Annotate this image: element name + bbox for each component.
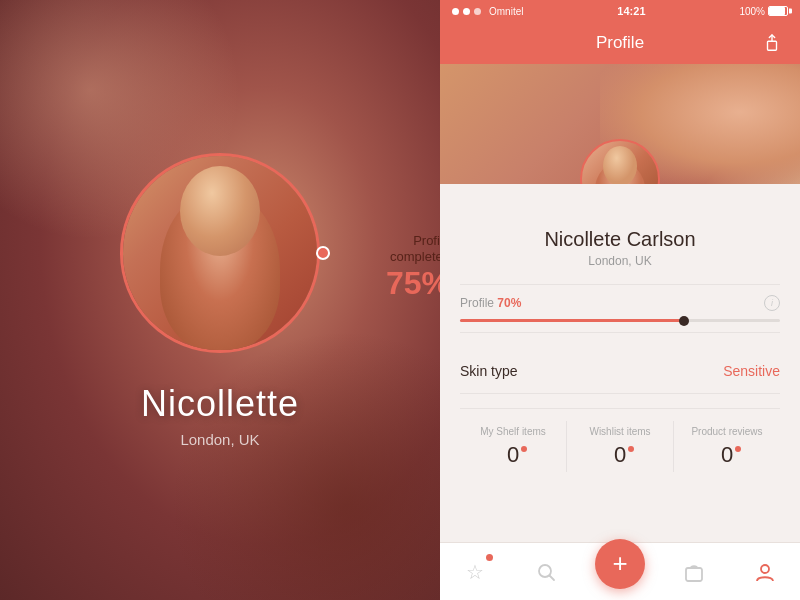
stat-product-reviews: Product reviews 0 bbox=[674, 421, 780, 472]
stat-shelf-count: 0 bbox=[507, 442, 519, 467]
avatar-container-left: Profile completed 75% bbox=[120, 153, 320, 353]
stat-shelf-items: My Shelf items 0 bbox=[460, 421, 567, 472]
stat-wishlist-label: Wishlist items bbox=[589, 425, 650, 438]
stat-wishlist-items: Wishlist items 0 bbox=[567, 421, 674, 472]
stats-row: My Shelf items 0 Wishlist items 0 Produc… bbox=[460, 408, 780, 472]
stat-reviews-value-container: 0 bbox=[721, 442, 733, 468]
phone-mockup: Omnitel 14:21 100% Profile Nicollete Car… bbox=[440, 0, 800, 600]
svg-rect-0 bbox=[768, 41, 777, 50]
bag-icon bbox=[683, 561, 705, 583]
carrier-label: Omnitel bbox=[489, 6, 523, 17]
navigation-bar: Profile bbox=[440, 22, 800, 64]
profile-location: London, UK bbox=[460, 254, 780, 268]
battery-icon bbox=[768, 6, 788, 16]
left-user-name: Nicollette bbox=[141, 383, 299, 425]
status-right: 100% bbox=[739, 6, 788, 17]
tab-profile[interactable] bbox=[743, 550, 787, 594]
stat-shelf-dot bbox=[521, 446, 527, 452]
tab-bag[interactable] bbox=[672, 550, 716, 594]
tab-search[interactable] bbox=[524, 550, 568, 594]
signal-dot-1 bbox=[452, 8, 459, 15]
profile-completed-label: Profile completed bbox=[386, 233, 440, 267]
progress-label: Profile 70% bbox=[460, 296, 521, 310]
stat-shelf-label: My Shelf items bbox=[480, 425, 546, 438]
stat-reviews-count: 0 bbox=[721, 442, 733, 467]
stat-wishlist-dot bbox=[628, 446, 634, 452]
progress-percent: 70% bbox=[497, 296, 521, 310]
battery-fill bbox=[769, 7, 785, 15]
favorites-icon: ☆ bbox=[466, 560, 484, 584]
profile-name: Nicollete Carlson bbox=[460, 228, 780, 251]
stat-shelf-value-container: 0 bbox=[507, 442, 519, 468]
favorites-badge bbox=[486, 554, 493, 561]
search-icon bbox=[536, 562, 556, 582]
left-user-location: London, UK bbox=[180, 431, 259, 448]
profile-icon bbox=[754, 561, 776, 583]
avatar-circle-left bbox=[120, 153, 320, 353]
tab-favorites[interactable]: ☆ bbox=[453, 550, 497, 594]
tab-add-button[interactable]: + bbox=[595, 539, 645, 589]
svg-point-4 bbox=[761, 565, 769, 573]
tab-bar: ☆ + bbox=[440, 542, 800, 600]
stat-wishlist-count: 0 bbox=[614, 442, 626, 467]
svg-rect-3 bbox=[686, 568, 702, 581]
avatar-small bbox=[580, 139, 660, 184]
share-icon bbox=[763, 33, 781, 53]
info-icon[interactable]: i bbox=[764, 295, 780, 311]
progress-section: Profile 70% i bbox=[460, 284, 780, 333]
profile-content: Nicollete Carlson London, UK Profile 70%… bbox=[440, 184, 800, 542]
avatar-image-left bbox=[123, 156, 317, 350]
signal-dot-2 bbox=[463, 8, 470, 15]
add-icon: + bbox=[612, 550, 627, 576]
profile-completed-percent: 75% bbox=[386, 266, 440, 301]
profile-cover bbox=[440, 64, 800, 184]
nav-title: Profile bbox=[480, 33, 760, 53]
progress-header: Profile 70% i bbox=[460, 295, 780, 311]
stat-wishlist-value-container: 0 bbox=[614, 442, 626, 468]
status-left: Omnitel bbox=[452, 6, 523, 17]
battery-percent: 100% bbox=[739, 6, 765, 17]
profile-progress-dot bbox=[316, 246, 330, 260]
stat-reviews-dot bbox=[735, 446, 741, 452]
left-panel: Profile completed 75% Nicollette London,… bbox=[0, 0, 440, 600]
avatar-small-container bbox=[580, 139, 660, 184]
profile-completed-text: Profile completed 75% bbox=[386, 233, 440, 302]
share-button[interactable] bbox=[760, 31, 784, 55]
skin-type-value: Sensitive bbox=[723, 363, 780, 379]
skin-type-label: Skin type bbox=[460, 363, 518, 379]
signal-dot-3 bbox=[474, 8, 481, 15]
status-time: 14:21 bbox=[617, 5, 645, 17]
skin-type-row: Skin type Sensitive bbox=[460, 349, 780, 394]
progress-bar-fill bbox=[460, 319, 684, 322]
svg-line-2 bbox=[550, 575, 555, 580]
stat-reviews-label: Product reviews bbox=[691, 425, 762, 438]
progress-bar-background bbox=[460, 319, 780, 322]
status-bar: Omnitel 14:21 100% bbox=[440, 0, 800, 22]
